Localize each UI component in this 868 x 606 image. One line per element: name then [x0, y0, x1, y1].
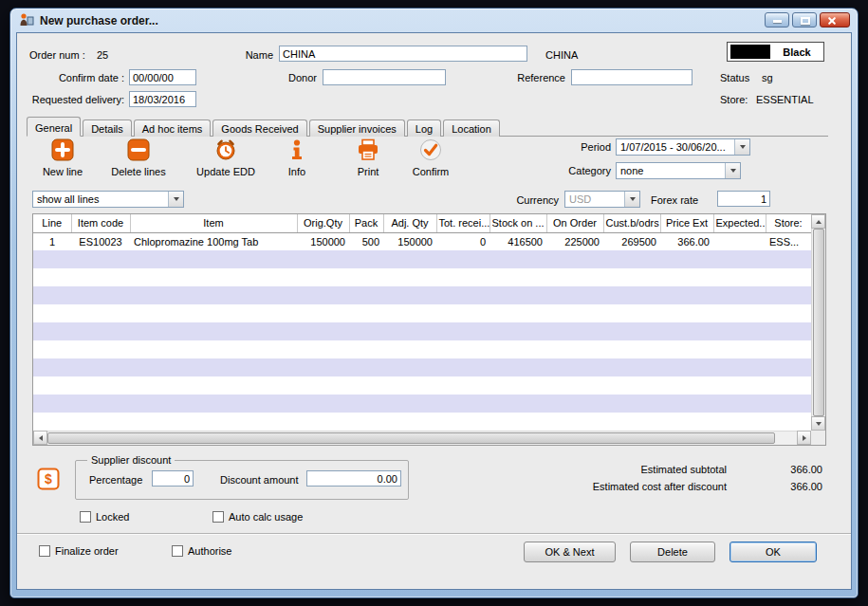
name-input[interactable]: [279, 46, 527, 62]
supplier-discount-label: Supplier discount: [87, 454, 175, 466]
table-cell-empty: [660, 358, 713, 376]
show-lines-select[interactable]: show all lines: [32, 191, 184, 208]
color-picker-button[interactable]: Black: [727, 42, 824, 62]
col-item[interactable]: Item: [130, 214, 297, 232]
print-button[interactable]: Print: [343, 138, 393, 177]
tab-location[interactable]: Location: [443, 119, 500, 137]
table-row-empty[interactable]: [33, 376, 811, 395]
currency-icon[interactable]: $: [37, 468, 60, 492]
table-cell-empty: [766, 268, 811, 286]
table-cell-empty: [713, 268, 766, 286]
titlebar[interactable]: New purchase order...: [10, 9, 858, 32]
table-row-empty[interactable]: [33, 322, 811, 340]
currency-select[interactable]: USD: [564, 191, 640, 208]
delete-lines-button[interactable]: Delete lines: [104, 138, 173, 177]
table-cell-empty: [436, 268, 489, 286]
table-cell-empty: [489, 340, 546, 358]
scroll-left-icon[interactable]: [33, 431, 47, 445]
table-cell-empty: [603, 304, 660, 322]
table-row-empty[interactable]: [33, 268, 811, 286]
cell-item: Chlopromazine 100mg Tab: [130, 232, 297, 250]
locked-checkbox[interactable]: Locked: [80, 511, 129, 523]
col-stock-on-hand[interactable]: Stock on ...: [489, 214, 546, 232]
table-cell-empty: [489, 304, 546, 322]
delete-button[interactable]: Delete: [630, 542, 715, 562]
info-button[interactable]: Info: [272, 138, 322, 177]
table-cell-empty: [489, 286, 546, 304]
scroll-up-icon[interactable]: [811, 214, 825, 229]
tab-supplier-invoices[interactable]: Supplier invoices: [309, 119, 405, 137]
table-cell-empty: [603, 322, 660, 340]
finalize-order-checkbox[interactable]: Finalize order: [39, 545, 119, 557]
table-cell-empty: [603, 376, 660, 395]
horizontal-scroll-thumb[interactable]: [47, 432, 775, 444]
store-value: ESSENTIAL: [756, 94, 814, 106]
tab-details[interactable]: Details: [83, 119, 132, 137]
ok-next-button[interactable]: OK & Next: [524, 542, 616, 562]
confirm-button[interactable]: Confirm: [400, 138, 461, 177]
chevron-down-icon: [734, 139, 749, 155]
table-row[interactable]: 1 ES10023 Chlopromazine 100mg Tab 150000…: [33, 232, 811, 250]
auto-calc-usage-checkbox[interactable]: Auto calc usage: [212, 511, 303, 523]
ok-button[interactable]: OK: [729, 542, 817, 562]
col-store[interactable]: Store:: [766, 214, 811, 232]
authorise-checkbox[interactable]: Authorise: [172, 545, 231, 557]
table-row-empty[interactable]: [33, 250, 811, 268]
horizontal-scrollbar[interactable]: [33, 431, 811, 445]
table-cell-empty: [713, 286, 766, 304]
reference-input[interactable]: [571, 69, 693, 85]
table-cell-empty: [383, 340, 436, 358]
minimize-icon[interactable]: [765, 12, 789, 28]
period-select[interactable]: 1/07/2015 - 30/06/20...: [616, 138, 750, 156]
update-edd-button[interactable]: Update EDD: [188, 138, 264, 177]
table-cell-empty: [660, 376, 713, 395]
tab-general[interactable]: General: [27, 117, 81, 137]
donor-input[interactable]: [323, 69, 446, 85]
table-cell-empty: [130, 413, 297, 431]
table-cell-empty: [436, 304, 489, 322]
cell-adj-qty: 150000: [383, 232, 436, 250]
col-cust-backorders[interactable]: Cust.b/odrs: [603, 214, 660, 232]
category-select[interactable]: none: [616, 162, 741, 179]
percentage-input[interactable]: [152, 470, 194, 487]
tab-goods-received[interactable]: Goods Received: [212, 119, 306, 137]
table-row-empty[interactable]: [33, 286, 811, 304]
requested-delivery-input[interactable]: [129, 91, 196, 107]
maximize-icon[interactable]: [792, 12, 817, 28]
cell-expected: [713, 232, 766, 250]
cell-tot-received: 0: [436, 232, 489, 250]
confirm-date-input[interactable]: [129, 69, 196, 85]
scroll-down-icon[interactable]: [811, 416, 825, 431]
new-line-button[interactable]: New line: [32, 138, 93, 177]
col-item-code[interactable]: Item code: [71, 214, 130, 232]
col-on-order[interactable]: On Order: [546, 214, 603, 232]
table-cell-empty: [766, 286, 811, 304]
table-row-empty[interactable]: [33, 358, 811, 376]
vertical-scroll-thumb[interactable]: [813, 229, 824, 416]
col-orig-qty[interactable]: Orig.Qty: [297, 214, 349, 232]
col-line[interactable]: Line: [33, 214, 71, 232]
forex-rate-input[interactable]: [717, 191, 770, 207]
vertical-scrollbar[interactable]: [811, 214, 825, 431]
table-cell-empty: [766, 376, 811, 395]
table-row-empty[interactable]: [33, 304, 811, 322]
store-label: Store:: [720, 94, 748, 106]
col-pack[interactable]: Pack: [349, 214, 383, 232]
col-price-ext[interactable]: Price Ext: [660, 214, 713, 232]
cell-price-ext: 366.00: [660, 232, 713, 250]
tab-log[interactable]: Log: [407, 119, 441, 137]
table-row-empty[interactable]: [33, 413, 811, 431]
col-expected[interactable]: Expected...: [713, 214, 766, 232]
table-cell-empty: [297, 304, 349, 322]
category-label: Category: [563, 165, 611, 177]
donor-label: Donor: [269, 72, 317, 84]
scroll-right-icon[interactable]: [797, 431, 811, 445]
col-adj-qty[interactable]: Adj. Qty: [383, 214, 436, 232]
table-row-empty[interactable]: [33, 395, 811, 413]
col-tot-received[interactable]: Tot. recei...: [436, 214, 489, 232]
discount-amount-input[interactable]: [306, 470, 401, 487]
table-row-empty[interactable]: [33, 340, 811, 358]
close-icon[interactable]: [820, 12, 850, 28]
table-cell-empty: [766, 358, 811, 376]
tab-ad-hoc-items[interactable]: Ad hoc items: [134, 119, 212, 137]
